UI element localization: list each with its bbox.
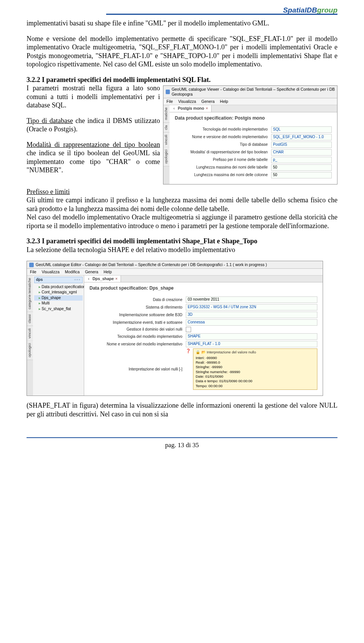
- property-row: Lunghezza massima dei nomi delle tabelle…: [175, 164, 332, 171]
- property-row: Lunghezza massima dei nomi delle colonne…: [175, 172, 332, 178]
- panel-heading: Data product specification: Postgis mono: [175, 115, 332, 121]
- window-title: GeoUML catalogue Editor - Catalogo dei D…: [36, 262, 267, 267]
- property-row: Sistema di riferimentoEPSG:32632 - WGS 8…: [89, 304, 317, 310]
- panel-content: Data product specification: Dps_shape Da…: [84, 282, 323, 396]
- property-label: Implementazione eventi, tratti e sottoar…: [89, 320, 186, 325]
- property-label: Interpretazione dei valori nulli [-]: [89, 367, 186, 372]
- side-tab[interactable]: opologici: [27, 341, 33, 360]
- body-paragraph: (SHAPE_FLAT in figura) determina la visu…: [27, 401, 337, 418]
- property-row: Modalita' di rappresentazione del tipo b…: [175, 149, 332, 156]
- body-paragraph: Prefisso e limiti Gli ultimi tre campi i…: [27, 188, 337, 230]
- property-label: Lunghezza massima dei nomi delle colonne: [175, 173, 271, 178]
- help-icon[interactable]: ❓: [186, 348, 191, 390]
- property-label: Gestisce il dominio dei valori nulli: [89, 327, 186, 332]
- property-value[interactable]: SQL_ESF_FLAT_MONO - 1.0: [271, 134, 332, 140]
- menu-item[interactable]: File: [30, 269, 36, 274]
- tree-panel: dps ▫▫▫ ▸ Data product specification▸ Co…: [33, 276, 84, 396]
- property-row: Tecnologia del modello implementativoSHA…: [89, 333, 317, 340]
- page-footer: pag. 13 di 35: [27, 437, 337, 449]
- side-tab-rail: categorie tematiche classi vincoli opolo…: [27, 276, 33, 396]
- property-row: Prefisso per il nome delle tabellep_: [175, 157, 332, 163]
- property-row: Tipo di databasePostGIS: [175, 142, 332, 148]
- tree-item[interactable]: ▸ Data product specification: [34, 284, 83, 290]
- close-icon[interactable]: ×: [206, 106, 208, 111]
- property-row: Tecnologia del modello implementativoSQL: [175, 126, 332, 133]
- property-label: Data di creazione: [89, 298, 186, 303]
- menu-item[interactable]: Genera: [201, 99, 215, 104]
- tab-label: Postgis mono: [178, 106, 204, 111]
- app-icon: [29, 263, 34, 267]
- property-label: Modalita' di rappresentazione del tipo b…: [175, 150, 271, 155]
- app-window: GeoUML catalogue Viewer - Catalogo dei D…: [163, 85, 337, 184]
- menu-item[interactable]: Help: [220, 99, 228, 104]
- menu-item[interactable]: Help: [104, 269, 112, 274]
- side-tab[interactable]: matiche: [163, 105, 169, 123]
- figure-dps-shape: GeoUML catalogue Editor - Catalogo dei D…: [27, 261, 337, 396]
- side-tab[interactable]: cla: [163, 123, 169, 132]
- side-tab[interactable]: classi: [27, 312, 33, 326]
- property-value[interactable]: p_: [271, 157, 332, 163]
- property-label: Sistema di riferimento: [89, 305, 186, 310]
- tree-item[interactable]: ▸ Cont_intesagis_xgml: [34, 290, 83, 295]
- app-icon: [166, 90, 170, 94]
- property-label: Tipo di database: [175, 142, 271, 147]
- menu-item[interactable]: File: [166, 99, 173, 104]
- property-label: Lunghezza massima dei nomi delle tabelle: [175, 165, 271, 170]
- tab-postgis-mono[interactable]: ‹ Postgis mono ×: [169, 105, 212, 112]
- section-heading: 3.2.3 I parametri specifici dei modelli …: [27, 237, 257, 245]
- property-row: Nome e versione del modello implementati…: [175, 134, 332, 140]
- side-tab[interactable]: vincoli: [27, 326, 33, 341]
- side-tab[interactable]: opologici: [163, 147, 169, 167]
- app-window: GeoUML catalogue Editor - Catalogo dei D…: [27, 261, 323, 396]
- side-tab[interactable]: categorie tematiche: [27, 276, 33, 312]
- property-row: Nome e versione del modello implementati…: [89, 341, 317, 347]
- menu-item[interactable]: Genera: [85, 269, 98, 274]
- menu-item[interactable]: Visualizza: [178, 99, 196, 104]
- property-row: Implementazione eventi, tratti e sottoar…: [89, 319, 317, 326]
- property-value[interactable]: EPSG:32632 - WGS 84 / UTM zone 32N: [186, 304, 317, 310]
- property-value[interactable]: SHAPE: [186, 333, 317, 340]
- property-label: Implementazione sottoaree delle B3D: [89, 313, 186, 318]
- panel-content: Data product specification: Postgis mono…: [169, 112, 337, 184]
- property-value[interactable]: SHAPE_FLAT - 1.0: [186, 341, 317, 347]
- menu-item[interactable]: Modifica: [65, 269, 80, 274]
- property-value[interactable]: PostGIS: [271, 142, 332, 148]
- checkbox[interactable]: [186, 327, 191, 332]
- property-value[interactable]: SQL: [271, 126, 332, 133]
- property-label: Tecnologia del modello implementativo: [89, 334, 186, 339]
- property-row: Gestisce il dominio dei valori nulli: [89, 327, 317, 332]
- body-paragraph: La selezione della tecnologia SHAPE e de…: [27, 246, 337, 254]
- property-value[interactable]: 50: [271, 172, 332, 178]
- menubar[interactable]: File Visualizza Modifica Genera Help: [27, 269, 323, 276]
- property-value[interactable]: CHAR: [271, 149, 332, 156]
- close-icon[interactable]: ×: [115, 276, 118, 281]
- property-value[interactable]: 03 novembre 2011: [186, 296, 317, 303]
- property-label: Prefisso per il nome delle tabelle: [175, 158, 271, 162]
- panel-heading: Data product specification: Dps_shape: [89, 285, 317, 291]
- tree-item[interactable]: ▸ Multi: [34, 301, 83, 306]
- property-row: Implementazione sottoaree delle B3D3D: [89, 312, 317, 318]
- side-tab[interactable]: vincoli: [163, 132, 169, 147]
- property-value[interactable]: 50: [271, 164, 332, 171]
- body-paragraph: implementativi basati su shape file e in…: [27, 19, 337, 28]
- property-row: Data di creazione03 novembre 2011: [89, 296, 317, 303]
- tree-item[interactable]: ▸ Sc_rv_shape_flat: [34, 306, 83, 312]
- window-title: GeoUML catalogue Viewer - Catalogo dei D…: [172, 87, 335, 97]
- tree-header: dps ▫▫▫: [34, 277, 83, 283]
- figure-postgis-mono: GeoUML catalogue Viewer - Catalogo dei D…: [163, 85, 337, 184]
- property-value[interactable]: 3D: [186, 312, 317, 318]
- body-paragraph: Nome e versione del modello implementati…: [27, 35, 337, 69]
- tab-bar: ‹ Postgis mono ×: [169, 105, 337, 112]
- property-value[interactable]: Connessa: [186, 319, 317, 326]
- section-heading: 3.2.2 I parametri specifici dei modelli …: [27, 76, 337, 84]
- chevron-left-icon: ‹: [173, 106, 176, 111]
- property-label: Nome e versione del modello implementati…: [89, 342, 186, 347]
- side-tab-rail: matiche cla vincoli opologici: [163, 105, 169, 184]
- window-titlebar: GeoUML catalogue Viewer - Catalogo dei D…: [163, 86, 337, 98]
- tab-dps-shape[interactable]: ‹ Dps_shape ×: [84, 276, 121, 282]
- tree-item[interactable]: ▸ Dps_shape: [34, 295, 83, 301]
- window-titlebar: GeoUML catalogue Editor - Catalogo dei D…: [27, 261, 323, 269]
- header-rule: [106, 14, 337, 15]
- menubar[interactable]: File Visualizza Genera Help: [163, 98, 337, 105]
- menu-item[interactable]: Visualizza: [42, 269, 60, 274]
